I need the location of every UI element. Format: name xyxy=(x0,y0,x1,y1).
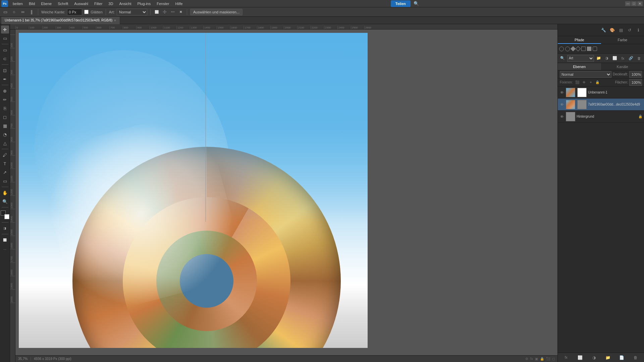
blend-mode-select[interactable]: Normal Auflösen Multiplizieren xyxy=(560,71,611,78)
square-shape[interactable] xyxy=(581,47,586,51)
zoom-tool[interactable]: 🔍 xyxy=(1,197,9,205)
shape-tool[interactable]: ▭ xyxy=(1,177,9,185)
menu-bild[interactable]: Bild xyxy=(26,1,38,6)
layer-effect-icon[interactable]: fx xyxy=(620,55,626,62)
tab-close-button[interactable]: ✕ xyxy=(114,19,116,22)
move-tool[interactable]: ✛ xyxy=(1,25,9,34)
path-select-tool[interactable]: ↗ xyxy=(1,168,9,176)
menu-ebene[interactable]: Ebene xyxy=(38,1,54,6)
layer-mask-icon[interactable]: ⬜ xyxy=(611,55,618,62)
lasso-tool[interactable]: ⊂ xyxy=(1,55,9,63)
dodge-tool[interactable]: △ xyxy=(1,139,9,147)
close-button[interactable]: ✕ xyxy=(637,1,643,6)
layer-link-icon[interactable]: 🔗 xyxy=(628,55,634,62)
adjustment-layer-icon[interactable]: ◑ xyxy=(603,55,610,62)
layer-item[interactable]: 👁 Unbenannt-1 xyxy=(558,86,644,99)
clone-tool[interactable]: ⎘ xyxy=(1,104,9,112)
menu-beiten[interactable]: beiten xyxy=(10,1,25,6)
lock-artboard-icon[interactable]: + xyxy=(588,80,593,85)
document-tab[interactable]: Unbenannt-1 bei 35,7% (7a9f1960ae00dd9fc… xyxy=(1,17,120,24)
feather-input[interactable] xyxy=(67,9,82,15)
select-mask-button[interactable]: Auswählen und maskieren... xyxy=(190,9,243,15)
color-tab[interactable]: Farbe xyxy=(601,36,644,44)
delete-layer-button[interactable]: 🗑 xyxy=(632,354,639,361)
blur-tool[interactable]: ◔ xyxy=(1,130,9,138)
layer-search-select[interactable]: Art xyxy=(567,55,594,62)
brush-tool[interactable]: ✏ xyxy=(1,96,9,104)
menu-plugins[interactable]: Plug-ins xyxy=(135,1,154,6)
menu-ansicht[interactable]: Ansicht xyxy=(116,1,134,6)
diamond-shape-2[interactable] xyxy=(576,46,581,52)
marquee-tool[interactable]: ▭ xyxy=(1,46,9,54)
layer-item[interactable]: 👁 Hintergrund 🔒 xyxy=(558,111,644,123)
status-icon-1[interactable]: ⚙ xyxy=(525,357,528,361)
add-selection-icon[interactable]: ➕ xyxy=(162,9,168,15)
new-layer-group-icon[interactable]: 📁 xyxy=(595,55,602,62)
status-icon-6[interactable]: ◻ xyxy=(552,357,555,361)
eyedropper-tool[interactable]: ✒ xyxy=(1,75,9,83)
status-icon-4[interactable]: 🔒 xyxy=(540,357,544,361)
square-shape-2[interactable] xyxy=(587,47,591,51)
layers-panel-icon[interactable]: ▤ xyxy=(617,26,625,34)
eraser-tool[interactable]: ◻ xyxy=(1,113,9,121)
menu-schrift[interactable]: Schrift xyxy=(55,1,71,6)
canvas-content[interactable] xyxy=(15,29,557,355)
search-icon[interactable]: 🔍 xyxy=(413,0,420,7)
lock-all-icon[interactable]: 🔒 xyxy=(595,80,600,85)
extra-tools[interactable]: … xyxy=(1,245,9,253)
layer-visibility-toggle[interactable]: 👁 xyxy=(559,114,565,119)
history-panel-icon[interactable]: ↺ xyxy=(626,26,633,34)
menu-fenster[interactable]: Fenster xyxy=(154,1,172,6)
row-select-icon[interactable]: ═ xyxy=(19,9,26,15)
paths-tab[interactable]: Pfade xyxy=(558,36,601,44)
rect-select-icon[interactable]: ▭ xyxy=(2,9,9,15)
new-layer-button[interactable]: 📄 xyxy=(619,354,625,361)
circle-shape-2[interactable] xyxy=(565,47,570,51)
background-color[interactable] xyxy=(4,214,9,219)
add-mask-button[interactable]: ⬜ xyxy=(577,354,583,361)
intersect-selection-icon[interactable]: ✖ xyxy=(178,9,184,15)
status-icon-5[interactable]: ⬛ xyxy=(546,357,550,361)
col-select-icon[interactable]: ‖ xyxy=(28,9,35,15)
menu-hilfe[interactable]: Hilfe xyxy=(173,1,185,6)
gradient-tool[interactable]: ▦ xyxy=(1,122,9,130)
menu-auswahl[interactable]: Auswahl xyxy=(71,1,91,6)
layer-visibility-toggle[interactable]: 👁 xyxy=(559,102,565,107)
artboard-tool[interactable]: ▭ xyxy=(1,34,9,42)
minimize-button[interactable]: — xyxy=(625,1,631,6)
screen-mode-tool[interactable]: ⬜ xyxy=(1,236,9,244)
share-button[interactable]: Teilen xyxy=(391,0,411,7)
paths-panel-icon[interactable]: 🔧 xyxy=(600,26,607,34)
diamond-shape[interactable] xyxy=(571,46,576,52)
hand-tool[interactable]: ✋ xyxy=(1,189,9,197)
glitter-checkbox[interactable] xyxy=(84,10,89,14)
healing-tool[interactable]: ⊕ xyxy=(1,87,9,95)
layer-comp-icon[interactable]: 🗑 xyxy=(636,55,642,62)
art-select[interactable]: Normal Multiplizieren xyxy=(117,9,147,15)
foreground-background-color[interactable] xyxy=(1,210,9,219)
layer-visibility-toggle[interactable]: 👁 xyxy=(559,90,565,95)
status-icon-3[interactable]: ▣ xyxy=(535,357,538,361)
layer-item[interactable]: 👁 7a9f1960ae00dd...dec012503e4d9 xyxy=(558,99,644,111)
ellipse-select-icon[interactable]: ○ xyxy=(11,9,17,15)
circle-shape[interactable] xyxy=(559,47,564,51)
search-layers-icon[interactable]: 🔍 xyxy=(559,55,566,62)
square-shape-3[interactable] xyxy=(593,47,597,51)
color-panel-icon[interactable]: 🎨 xyxy=(608,26,616,34)
type-tool[interactable]: T xyxy=(1,160,9,168)
subtract-selection-icon[interactable]: ➖ xyxy=(170,9,176,15)
lock-pixels-icon[interactable]: ⬛ xyxy=(575,80,580,85)
quick-mask-tool[interactable]: ◨ xyxy=(1,224,9,232)
fill-input[interactable] xyxy=(629,79,642,86)
new-selection-icon[interactable]: ⬜ xyxy=(154,9,160,15)
lock-position-icon[interactable]: ✛ xyxy=(581,80,587,85)
pen-tool[interactable]: 🖊 xyxy=(1,151,9,159)
maximize-button[interactable]: □ xyxy=(631,1,637,6)
layer-fx-button[interactable]: fx xyxy=(563,354,570,361)
menu-3d[interactable]: 3D xyxy=(106,1,116,6)
opacity-input[interactable] xyxy=(629,71,642,78)
menu-filter[interactable]: Filter xyxy=(92,1,105,6)
crop-tool[interactable]: ⊡ xyxy=(1,66,9,74)
channels-tab[interactable]: Kanäle xyxy=(601,63,644,70)
layers-tab[interactable]: Ebenen xyxy=(558,63,601,70)
